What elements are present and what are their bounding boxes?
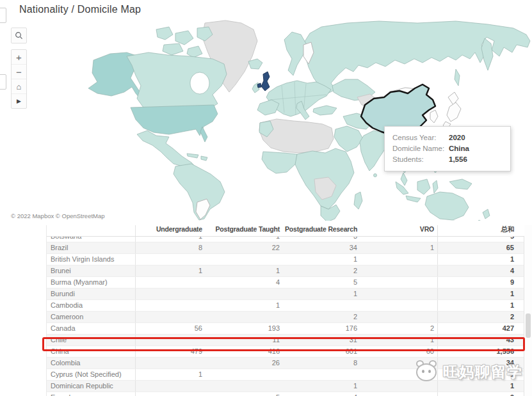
table-row[interactable]: Cameroon22 [47,312,524,323]
column-header-country[interactable] [47,225,136,236]
country-shape[interactable] [187,46,202,58]
table-row[interactable]: Cyprus (Not Specified)11 [47,369,524,381]
value-cell [136,358,207,368]
table-row[interactable]: Burundi11 [47,289,524,300]
country-shape[interactable] [406,196,421,202]
value-cell [362,289,438,299]
table-scrollbar[interactable] [524,225,532,396]
country-shape-new-zealand[interactable] [476,220,484,221]
collapsed-panel-tab[interactable] [0,8,6,23]
country-cell: Brazil [47,242,136,253]
value-cell: 1 [438,300,524,311]
country-shape[interactable] [401,173,407,186]
country-shape[interactable] [163,44,183,55]
map-zoom-controls: + − ⌂ ▶ [11,49,27,109]
value-cell [362,300,438,311]
search-icon [15,31,23,40]
table-row[interactable]: British Virgin Islands11 [47,254,524,265]
value-cell [362,312,438,322]
column-header-postgraduate-taught[interactable]: Postgraduate Taught [207,225,285,236]
country-shape-russia[interactable] [303,21,530,93]
world-map-viewport[interactable]: Census Year:2020 Domicile Name:China Stu… [8,19,532,221]
country-shape[interactable] [455,69,460,86]
country-cell: Canada [47,323,136,334]
country-shape[interactable] [433,180,438,193]
country-cell: Brunei [47,265,136,276]
value-cell [207,289,285,299]
country-cell: Colombia [47,358,136,368]
value-cell: 4 [438,265,524,276]
country-shape-japan[interactable] [447,102,461,122]
country-cell: Burundi [47,289,136,299]
country-shape-iberia[interactable] [257,100,279,115]
zoom-in-button[interactable]: + [12,50,26,64]
value-cell: 26 [207,358,285,368]
country-shape-new-zealand[interactable] [483,209,490,219]
value-cell [207,254,285,265]
column-header-undergraduate[interactable]: Undergraduate [136,225,207,236]
table-row[interactable]: Chile1131143 [47,335,524,346]
country-cell: Cambodia [47,300,136,311]
country-shape-sri-lanka[interactable] [374,174,377,177]
table-row[interactable]: Brazil82234165 [47,242,524,254]
country-shape[interactable] [481,38,493,70]
value-cell [362,392,438,396]
table-row[interactable]: Dominican Republic11 [47,381,524,392]
country-shape-new-guinea[interactable] [449,179,472,189]
value-cell [136,335,207,345]
tooltip-label: Domicile Name: [392,143,449,154]
map-search-button[interactable] [11,28,27,44]
country-shape[interactable] [175,31,193,45]
country-shape[interactable] [200,127,207,142]
value-cell: 176 [285,323,362,334]
country-shape[interactable] [156,27,173,40]
table-row-china[interactable]: China479416601601,556 [47,346,524,358]
collapsed-panel-tab[interactable] [0,74,6,90]
value-cell: 8 [136,242,207,253]
country-shape[interactable] [201,156,207,161]
column-header-postgraduate-research[interactable]: Postgraduate Research [285,225,362,236]
country-shape-japan[interactable] [448,92,458,105]
value-cell: 479 [136,346,207,357]
country-shape-australia[interactable] [425,192,469,220]
value-cell: 1 [136,369,207,380]
country-shape[interactable] [187,154,198,158]
country-shape-turkey[interactable] [313,106,337,115]
pan-mode-button[interactable]: ▶ [12,93,26,108]
home-button[interactable]: ⌂ [12,79,26,93]
country-shape[interactable] [396,182,408,194]
country-shape-borneo[interactable] [417,179,430,194]
country-cell: Chile [47,335,136,345]
country-shape[interactable] [284,32,306,75]
table-row[interactable]: Brunei1124 [47,265,524,277]
country-shape-west-africa[interactable] [262,152,297,173]
value-cell: 4 [285,392,362,396]
value-cell: 5 [285,277,362,288]
value-cell: 11 [207,335,285,345]
value-cell: 1 [285,381,362,392]
country-shape-uk[interactable] [261,72,270,91]
column-header-total[interactable]: 总和 [438,225,524,236]
value-cell: 2 [285,312,362,322]
zoom-out-button[interactable]: − [12,64,26,79]
table-row[interactable]: Ecuador549 [47,392,524,396]
table-row[interactable]: Cambodia11 [47,300,524,312]
value-cell: 416 [207,346,285,357]
table-row[interactable]: Canada561931762427 [47,323,524,335]
tooltip-label: Census Year: [392,132,449,143]
country-shape-madagascar[interactable] [354,192,362,209]
table-row[interactable]: Colombia26834 [47,358,524,369]
column-header-vro[interactable]: VRO [362,225,438,236]
value-cell: 43 [438,335,524,345]
table-row[interactable]: Burma (Myanmar)459 [47,277,524,289]
scrollbar-thumb[interactable] [526,313,531,338]
value-cell [285,300,362,311]
value-cell: 1 [285,254,362,265]
value-cell: 9 [438,277,524,288]
play-icon: ▶ [17,98,21,104]
value-cell: 1 [438,289,524,299]
country-shape-korea[interactable] [430,110,438,123]
world-map[interactable] [8,19,532,221]
country-shape-arabia[interactable] [334,126,363,152]
value-cell: 601 [285,346,362,357]
